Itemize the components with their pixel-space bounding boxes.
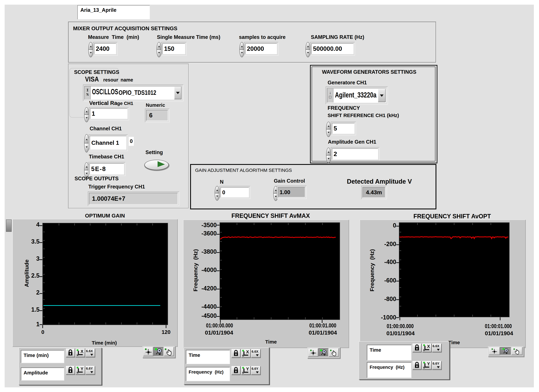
svg-text:6.6Y: 6.6Y [252,367,259,370]
svg-text:6.6X: 6.6X [252,350,259,353]
svg-text:X: X [246,349,249,354]
svg-text:Y: Y [427,361,430,366]
svg-text:X: X [81,349,83,354]
svg-text:6.6X: 6.6X [433,344,439,348]
svg-text:6.6Y: 6.6Y [86,367,93,370]
svg-text:X: X [427,344,430,349]
svg-text:Y: Y [246,366,249,371]
svg-text:6.6X: 6.6X [86,349,93,353]
svg-text:Y: Y [81,366,83,371]
svg-text:6.6Y: 6.6Y [433,362,439,365]
